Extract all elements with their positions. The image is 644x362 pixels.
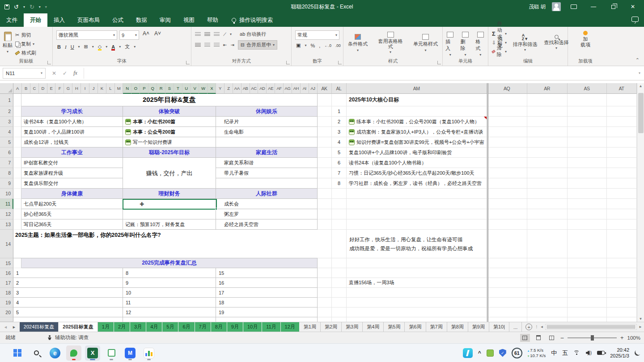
cell[interactable] [607, 209, 637, 219]
zoom-slider-thumb[interactable] [591, 335, 594, 341]
sheet-tab-2024目标复盘[interactable]: 2024目标复盘 [20, 322, 59, 332]
cell-sheet-title[interactable]: 2025年目标&复盘 [21, 94, 318, 106]
formula-input[interactable] [84, 68, 639, 79]
column-header-E[interactable]: E [47, 83, 56, 94]
cell-goal-no[interactable]: 7 [332, 168, 347, 178]
sheet-tab-7月[interactable]: 7月 [195, 322, 211, 332]
cell[interactable] [527, 298, 568, 307]
cell[interactable] [318, 158, 332, 168]
cell[interactable] [568, 230, 607, 258]
column-header-O[interactable]: O [131, 83, 140, 94]
column-header-P[interactable]: P [140, 83, 148, 94]
cell[interactable] [487, 288, 527, 298]
cell[interactable] [318, 178, 332, 189]
cell[interactable] [123, 317, 216, 322]
format-painter-button[interactable]: 格式刷 [15, 49, 36, 57]
cell-section-social[interactable]: 人际社群 [216, 189, 318, 199]
accounting-format-button[interactable]: ▣ [296, 42, 301, 48]
select-all-corner[interactable] [0, 83, 13, 94]
cell[interactable] [527, 288, 568, 298]
cell[interactable]: 成长会12讲，过钱关 [21, 137, 123, 147]
cell[interactable]: 记账：预算10万，财务复盘 [123, 219, 216, 230]
sheet-tab-第6周[interactable]: 第6周 [405, 322, 426, 332]
cell[interactable] [13, 219, 21, 230]
horizontal-scroll-thumb[interactable] [547, 325, 636, 329]
cell[interactable] [347, 209, 487, 219]
column-header-U[interactable]: U [182, 83, 191, 94]
cell[interactable] [568, 199, 607, 209]
cell-review-summary-title[interactable]: 2025完成事件复盘汇总 [21, 258, 318, 268]
cell-motto[interactable]: 好好工作，快乐生活，用心复盘，让生命有迹可循 成功既是爱，爱是一切原动力，祝福所… [347, 230, 487, 258]
cell[interactable]: 纪录片 [216, 117, 318, 127]
cell[interactable] [487, 189, 527, 199]
column-header-Y[interactable]: Y [216, 83, 225, 94]
cell[interactable] [527, 137, 568, 147]
cut-button[interactable]: ✂剪切 [15, 31, 36, 39]
column-header-I[interactable]: I [81, 83, 89, 94]
cell-merged-goal-text[interactable]: 赚钱，交付，产出 [123, 168, 216, 178]
row-header-11[interactable]: 11 [0, 199, 13, 209]
ribbon-tab-公式[interactable]: 公式 [106, 13, 130, 27]
cell[interactable] [607, 178, 637, 189]
sheet-tab-第9周[interactable]: 第9周 [468, 322, 489, 332]
sheet-tab-4月[interactable]: 4月 [146, 322, 162, 332]
cell[interactable]: 必经之路天空营 [216, 219, 318, 230]
horizontal-scrollbar[interactable]: ◄ ► [540, 322, 644, 332]
cell[interactable] [318, 219, 332, 230]
column-header-T[interactable]: T [174, 83, 182, 94]
cell[interactable] [527, 199, 568, 209]
taskbar-chart-app-button[interactable] [141, 345, 157, 361]
cell[interactable] [487, 258, 527, 268]
cell[interactable] [13, 127, 21, 137]
cell-section-health[interactable]: 身体健康 [21, 189, 123, 199]
cell[interactable]: 本事：小红书200篇 [123, 117, 216, 127]
cell[interactable] [318, 307, 332, 317]
cell[interactable] [527, 178, 568, 189]
cell-core-goal[interactable]: 知识付费课=复盘创富30讲卖99元，视频号+公众号+小宇宙 [347, 137, 487, 147]
cell-section-career[interactable]: 工作事业 [21, 147, 123, 158]
cell[interactable]: IP创富私教交付 [21, 158, 123, 168]
cell[interactable] [318, 137, 332, 147]
paste-button[interactable]: 粘贴▾ [0, 27, 15, 57]
row-header-9[interactable]: 9 [0, 178, 13, 189]
dialog-launcher-icon[interactable] [338, 61, 342, 64]
save-icon[interactable] [4, 4, 9, 9]
cell[interactable] [318, 127, 332, 137]
cell[interactable] [13, 168, 21, 178]
find-select-button[interactable]: 查找和选择▾ [541, 29, 572, 55]
cell[interactable] [527, 268, 568, 278]
row-header-5[interactable]: 5 [0, 137, 13, 147]
cell[interactable] [487, 94, 527, 106]
cell[interactable]: 2 [13, 278, 123, 288]
underline-button[interactable]: U [71, 44, 74, 50]
cell[interactable]: 5 [13, 307, 123, 317]
ribbon-tab-数据[interactable]: 数据 [130, 13, 153, 27]
taskbar-wechat-button[interactable] [66, 345, 81, 361]
sheet-tab-第3周[interactable]: 第3周 [342, 322, 363, 332]
cell[interactable] [527, 117, 568, 127]
row-header-17[interactable]: 17 [0, 278, 13, 288]
tell-me-label[interactable]: 操作说明搜索 [239, 17, 273, 24]
dialog-launcher-icon[interactable] [47, 61, 51, 64]
grow-font-button[interactable]: A˄ [141, 30, 151, 40]
zoom-in-button[interactable]: + [620, 334, 624, 341]
cell[interactable] [13, 147, 21, 158]
tab-options-icon[interactable]: ⁝ [536, 324, 537, 329]
cell[interactable] [13, 199, 21, 209]
cell[interactable] [527, 219, 568, 230]
font-size-select[interactable]: 9▾ [119, 30, 139, 40]
cell-core-goal[interactable]: 习惯：日记365天/抄心经365天/七点早起200天/散步100天 [347, 168, 487, 178]
comments-icon[interactable] [631, 17, 639, 22]
zoom-out-button[interactable]: − [560, 334, 564, 341]
cell[interactable]: 七点早起200天 [21, 199, 123, 209]
cell-livestream-note[interactable]: 直播156场，一周3场 [347, 278, 487, 288]
collapse-ribbon-icon[interactable]: ⌃ [636, 57, 640, 63]
cell[interactable] [568, 268, 607, 278]
comma-button[interactable]: , [319, 43, 320, 48]
cell[interactable]: 3 [13, 288, 123, 298]
cell[interactable] [568, 307, 607, 317]
taskbar-snip-button[interactable] [104, 345, 119, 361]
cell[interactable] [318, 317, 332, 322]
row-header-14[interactable]: 14 [0, 230, 13, 258]
sheet-tab-2月[interactable]: 2月 [114, 322, 130, 332]
